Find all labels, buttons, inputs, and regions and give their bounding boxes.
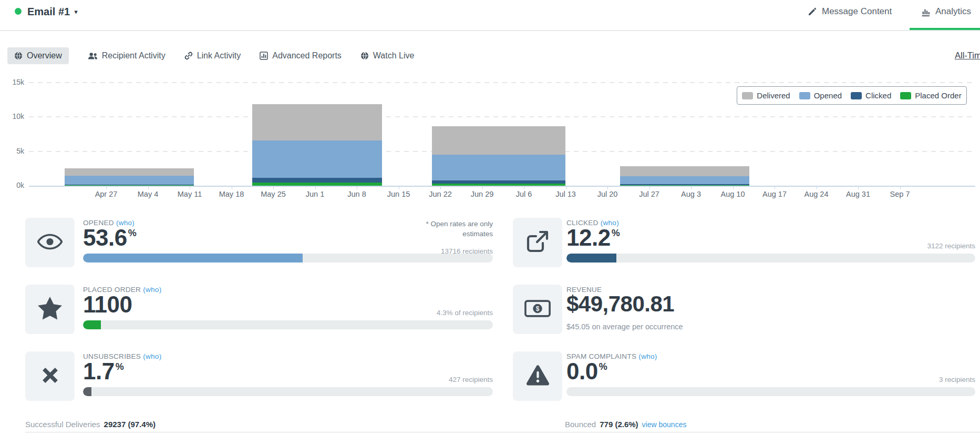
chart-legend: DeliveredOpenedClickedPlaced Order bbox=[737, 86, 967, 105]
analytics-page: Email #1▾ Message Content Analytics bbox=[0, 0, 980, 434]
bar-segment-placed_order[interactable] bbox=[252, 183, 381, 186]
campaign-selector[interactable]: Email #1▾ bbox=[27, 6, 78, 18]
x-axis-label: Jul 6 bbox=[500, 190, 548, 198]
placed-order-recipients: 4.3% of recipients bbox=[437, 309, 493, 317]
x-tick-mark bbox=[649, 187, 650, 189]
eye-icon bbox=[37, 234, 63, 252]
unsubscribes-progress-bar bbox=[83, 387, 493, 396]
campaign-title: Email #1 bbox=[27, 6, 70, 17]
x-tick-mark bbox=[440, 187, 441, 189]
clicked-card: CLICKED (who) 12.2% 3122 recipients bbox=[566, 218, 975, 267]
x-axis-label: May 4 bbox=[125, 190, 172, 198]
clicked-icon-tile bbox=[513, 218, 562, 267]
x-tick-mark bbox=[315, 187, 316, 189]
opened-icon-tile bbox=[25, 218, 75, 267]
tab-link-activity[interactable]: Link Activity bbox=[184, 47, 241, 64]
tab-advanced-reports[interactable]: Advanced Reports bbox=[260, 47, 342, 64]
x-axis-label: Jun 15 bbox=[375, 190, 422, 198]
opened-card: OPENED (who) 53.6% * Open rates are only… bbox=[83, 218, 493, 267]
unsubscribes-icon-tile bbox=[25, 351, 75, 401]
x-axis-label: Jun 8 bbox=[333, 190, 380, 198]
x-icon bbox=[40, 366, 60, 387]
clicked-progress-bar bbox=[566, 254, 975, 263]
nav-message-content-label: Message Content bbox=[822, 6, 892, 17]
x-axis-label: Sep 7 bbox=[876, 190, 924, 198]
successful-deliveries: Successful Deliveries29237 (97.4%) bbox=[25, 420, 156, 429]
spam-card: SPAM COMPLAINTS (who) 0.0% 3 recipients bbox=[566, 351, 975, 401]
report-chart-icon bbox=[260, 52, 268, 60]
x-tick-mark bbox=[733, 187, 734, 189]
legend-label-placed_order: Placed Order bbox=[915, 91, 961, 100]
x-tick-mark bbox=[482, 187, 483, 189]
x-axis-label: Aug 31 bbox=[834, 190, 882, 198]
time-range-selector[interactable]: All-Time bbox=[955, 51, 980, 60]
legend-swatch-delivered bbox=[742, 92, 753, 99]
revenue-card: REVENUE $49,780.81 $45.05 on average per… bbox=[566, 285, 975, 334]
x-axis-label: Apr 27 bbox=[82, 190, 130, 198]
x-tick-mark bbox=[566, 187, 566, 189]
tab-watch-live[interactable]: Watch Live bbox=[360, 47, 415, 64]
x-tick-mark bbox=[106, 187, 107, 189]
header-divider bbox=[0, 30, 980, 31]
x-axis-label: Jun 1 bbox=[292, 190, 339, 198]
x-axis-label: Aug 10 bbox=[709, 190, 757, 198]
unsubscribes-recipients: 427 recipients bbox=[449, 376, 493, 383]
nav-message-content[interactable]: Message Content bbox=[808, 6, 892, 17]
x-axis-label: May 25 bbox=[250, 190, 297, 198]
x-tick-mark bbox=[524, 187, 524, 189]
legend-item-opened[interactable]: Opened bbox=[799, 91, 842, 100]
x-tick-mark bbox=[399, 187, 399, 189]
x-axis-label: Aug 24 bbox=[793, 190, 840, 198]
x-axis-label: Jul 27 bbox=[626, 190, 673, 198]
link-icon bbox=[184, 52, 193, 60]
bottom-divider bbox=[25, 432, 980, 432]
bar-segment-placed_order[interactable] bbox=[432, 184, 565, 186]
x-tick-mark bbox=[775, 187, 775, 189]
x-tick-mark bbox=[607, 187, 608, 189]
tab-recipient-activity-label: Recipient Activity bbox=[102, 51, 166, 60]
bar-segment-placed_order[interactable] bbox=[620, 185, 749, 186]
header-bar: Email #1▾ Message Content Analytics bbox=[0, 0, 980, 31]
tab-overview[interactable]: Overview bbox=[7, 47, 69, 64]
tab-link-activity-label: Link Activity bbox=[197, 51, 241, 60]
x-axis-label: May 11 bbox=[166, 190, 213, 198]
legend-swatch-opened bbox=[799, 92, 810, 99]
tab-overview-label: Overview bbox=[27, 51, 62, 60]
legend-item-delivered[interactable]: Delivered bbox=[742, 91, 790, 100]
x-tick-mark bbox=[817, 187, 817, 189]
spam-who-link[interactable]: (who) bbox=[638, 352, 657, 360]
placed-order-progress-bar bbox=[83, 320, 493, 329]
unsubscribes-who-link[interactable]: (who) bbox=[143, 352, 161, 360]
bar-chart-icon bbox=[921, 7, 931, 17]
y-axis-label: 0k bbox=[3, 181, 24, 189]
x-tick-mark bbox=[691, 187, 692, 189]
legend-item-placed_order[interactable]: Placed Order bbox=[900, 91, 961, 100]
bounced-value: 779 (2.6%) bbox=[600, 420, 638, 429]
open-rate-note: * Open rates are only estimates bbox=[426, 219, 493, 239]
legend-swatch-placed_order bbox=[900, 92, 911, 99]
x-tick-mark bbox=[273, 187, 274, 189]
y-gridline bbox=[29, 82, 975, 83]
y-axis-label: 15k bbox=[3, 78, 24, 86]
x-tick-mark bbox=[148, 187, 149, 189]
globe-icon bbox=[14, 52, 23, 60]
tab-recipient-activity[interactable]: Recipient Activity bbox=[88, 47, 166, 64]
x-tick-mark bbox=[858, 187, 859, 189]
x-tick-mark bbox=[190, 187, 190, 189]
external-link-icon bbox=[526, 230, 549, 255]
placed-order-icon-tile bbox=[25, 285, 75, 334]
bar-segment-placed_order[interactable] bbox=[65, 185, 194, 186]
y-gridline bbox=[29, 116, 975, 117]
money-icon: $ bbox=[524, 300, 551, 319]
view-bounces-link[interactable]: view bounces bbox=[642, 420, 687, 429]
nav-analytics[interactable]: Analytics bbox=[921, 6, 971, 17]
legend-item-clicked[interactable]: Clicked bbox=[851, 91, 891, 100]
star-icon bbox=[38, 297, 62, 322]
legend-label-clicked: Clicked bbox=[865, 91, 891, 100]
tab-advanced-reports-label: Advanced Reports bbox=[272, 51, 342, 60]
placed-order-who-link[interactable]: (who) bbox=[143, 286, 161, 294]
x-axis-label: Jun 29 bbox=[459, 190, 506, 198]
legend-label-delivered: Delivered bbox=[757, 91, 790, 100]
x-axis-label: Aug 3 bbox=[667, 190, 715, 198]
x-tick-mark bbox=[900, 187, 901, 189]
